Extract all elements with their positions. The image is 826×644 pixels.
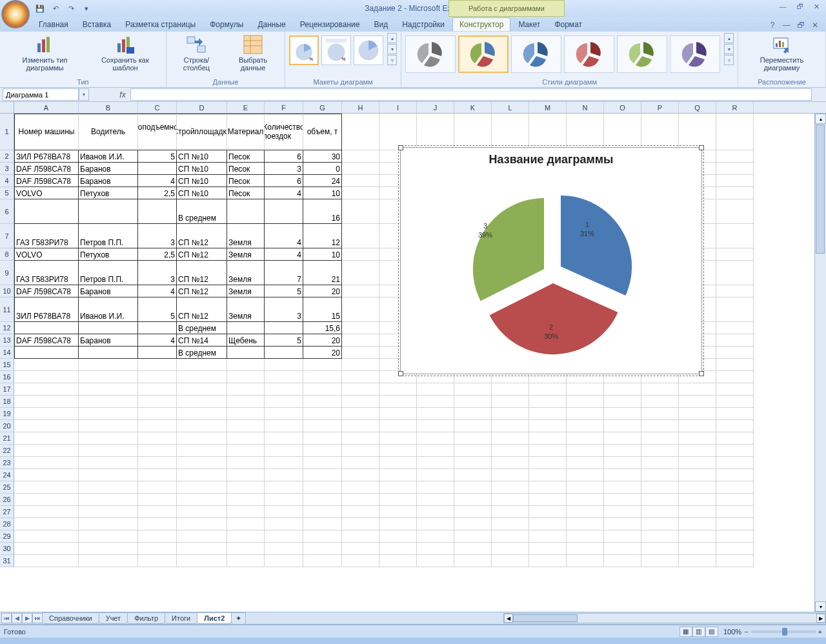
cell[interactable] <box>716 481 754 494</box>
cell[interactable] <box>379 420 417 432</box>
row-header[interactable]: 11 <box>0 297 14 322</box>
cell[interactable]: 15,6 <box>303 322 342 334</box>
row-header[interactable]: 13 <box>0 334 14 347</box>
cell[interactable]: 5 <box>265 285 303 297</box>
row-header[interactable]: 18 <box>0 396 14 408</box>
row-header[interactable]: 1 <box>0 114 14 150</box>
cell[interactable] <box>177 506 227 518</box>
restore-icon[interactable]: 🗗 <box>792 1 807 12</box>
cell[interactable] <box>679 432 716 445</box>
cell[interactable] <box>14 396 79 408</box>
cell[interactable] <box>177 555 227 567</box>
cell[interactable] <box>79 347 138 359</box>
cell[interactable]: Земля <box>227 261 265 285</box>
cell[interactable]: Земля <box>227 224 265 248</box>
cell[interactable] <box>342 506 379 518</box>
cell[interactable] <box>641 408 679 420</box>
cell[interactable] <box>79 408 138 420</box>
cell[interactable] <box>379 445 417 457</box>
cell[interactable] <box>529 494 567 506</box>
cell[interactable]: 20 <box>303 347 342 359</box>
minimize-window-icon[interactable]: — <box>781 19 792 31</box>
cell[interactable] <box>716 371 754 383</box>
col-header[interactable]: J <box>417 102 454 113</box>
cell[interactable] <box>303 371 342 383</box>
cell[interactable] <box>716 420 754 432</box>
cell[interactable]: 20 <box>303 334 342 347</box>
cell[interactable] <box>342 347 379 359</box>
cell[interactable] <box>265 481 303 494</box>
cell[interactable] <box>303 530 342 543</box>
cell[interactable] <box>716 383 754 396</box>
row-header[interactable]: 10 <box>0 285 14 297</box>
cell[interactable] <box>604 396 641 408</box>
cell[interactable]: ЗИЛ Р678ВА78 <box>14 150 79 163</box>
col-header[interactable]: B <box>79 102 138 113</box>
cell[interactable] <box>716 199 754 224</box>
sheet-nav-next-icon[interactable]: ▶ <box>22 613 32 623</box>
sheet-tab-active[interactable]: Лист2 <box>197 612 232 624</box>
cell[interactable] <box>641 383 679 396</box>
cell[interactable] <box>79 359 138 371</box>
cell[interactable] <box>604 114 641 150</box>
cell[interactable]: 24 <box>303 175 342 187</box>
cell[interactable] <box>342 555 379 567</box>
cell[interactable] <box>342 322 379 334</box>
cell[interactable]: 5 <box>138 297 177 322</box>
cell[interactable] <box>641 494 679 506</box>
cell[interactable] <box>79 396 138 408</box>
cell[interactable] <box>454 383 492 396</box>
cell[interactable]: VOLVO <box>14 187 79 199</box>
cell[interactable]: 3 <box>265 163 303 175</box>
cell[interactable] <box>454 420 492 432</box>
minimize-icon[interactable]: — <box>776 1 790 12</box>
cell[interactable] <box>379 506 417 518</box>
cell[interactable] <box>454 494 492 506</box>
cell[interactable] <box>716 408 754 420</box>
sheet-nav-first-icon[interactable]: ⏮ <box>1 613 12 623</box>
cell[interactable]: 6 <box>265 175 303 187</box>
cell[interactable] <box>492 506 529 518</box>
cell[interactable]: СП №10 <box>177 187 227 199</box>
cell[interactable] <box>79 518 138 530</box>
cell[interactable] <box>417 432 454 445</box>
cell[interactable] <box>679 543 716 555</box>
chart-layout-2[interactable]: % <box>321 35 351 65</box>
row-header[interactable]: 25 <box>0 481 14 494</box>
restore-window-icon[interactable]: 🗗 <box>795 19 807 31</box>
cell[interactable] <box>342 371 379 383</box>
cell[interactable]: Водитель <box>79 114 138 150</box>
cell[interactable] <box>716 175 754 187</box>
cell[interactable] <box>454 543 492 555</box>
row-header[interactable]: 9 <box>0 261 14 285</box>
cell[interactable]: 3 <box>265 297 303 322</box>
cell[interactable] <box>227 445 265 457</box>
cell[interactable] <box>177 530 227 543</box>
cell[interactable] <box>716 494 754 506</box>
cell[interactable] <box>14 457 79 469</box>
sheet-nav-prev-icon[interactable]: ◀ <box>12 613 22 623</box>
cell[interactable] <box>265 432 303 445</box>
cell[interactable] <box>604 408 641 420</box>
cell[interactable] <box>14 432 79 445</box>
cell[interactable] <box>492 543 529 555</box>
cell[interactable] <box>529 445 567 457</box>
switch-row-column-button[interactable]: Строка/столбец <box>170 33 223 73</box>
formula-input[interactable] <box>130 88 812 101</box>
cell[interactable] <box>342 481 379 494</box>
cell[interactable] <box>454 408 492 420</box>
cell[interactable] <box>641 481 679 494</box>
qat-dropdown-icon[interactable]: ▾ <box>80 2 93 15</box>
row-header[interactable]: 5 <box>0 187 14 199</box>
cell[interactable] <box>567 494 604 506</box>
sheet-nav-last-icon[interactable]: ⏭ <box>32 613 43 623</box>
cell[interactable] <box>529 420 567 432</box>
row-header[interactable]: 29 <box>0 530 14 543</box>
cell[interactable] <box>14 445 79 457</box>
cell[interactable] <box>529 114 567 150</box>
cell[interactable] <box>417 543 454 555</box>
vertical-scrollbar[interactable]: ▴ ▾ <box>814 114 826 612</box>
cell[interactable] <box>177 432 227 445</box>
col-header[interactable]: I <box>379 102 417 113</box>
cell[interactable]: объем, т <box>303 114 342 150</box>
